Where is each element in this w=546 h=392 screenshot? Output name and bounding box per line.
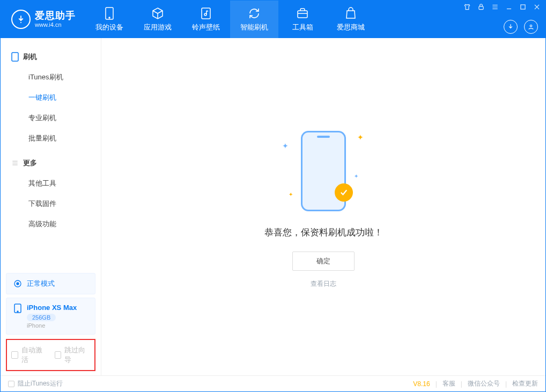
device-card[interactable]: iPhone XS Max 256GB iPhone: [6, 298, 95, 335]
user-icon[interactable]: [524, 20, 538, 34]
cube-icon: [151, 6, 164, 20]
nav-label: 智能刷机: [240, 23, 268, 32]
svg-point-4: [204, 13, 206, 16]
top-nav: 我的设备 应用游戏 铃声壁纸 智能刷机 工具箱 爱思商城: [85, 1, 375, 38]
checkbox-icon[interactable]: [8, 381, 14, 387]
svg-rect-6: [479, 6, 483, 10]
nav-apps-games[interactable]: 应用游戏: [134, 1, 182, 38]
sparkle-icon: ✦: [282, 142, 289, 150]
sparkle-icon: ✦: [357, 133, 364, 142]
music-file-icon: [200, 6, 212, 20]
briefcase-icon: [296, 6, 309, 20]
phone-icon: [105, 6, 114, 20]
sidebar-item-batch-flash[interactable]: 批量刷机: [1, 128, 101, 149]
status-bar: 阻止iTunes运行 V8.16 | 客服 | 微信公众号 | 检查更新: [1, 375, 545, 391]
sidebar-item-advanced[interactable]: 高级功能: [1, 214, 101, 234]
svg-rect-5: [298, 11, 307, 18]
wechat-link[interactable]: 微信公众号: [468, 379, 500, 388]
maximize-icon[interactable]: [519, 3, 527, 11]
window-controls: [463, 3, 541, 11]
svg-point-11: [17, 283, 19, 285]
main-panel: ✦ ✦ ✦ ✦ 恭喜您，保资料刷机成功啦！ 确定 查看日志: [101, 38, 545, 375]
success-illustration: ✦ ✦ ✦ ✦: [278, 125, 369, 217]
nav-label: 应用游戏: [144, 23, 172, 32]
nav-store[interactable]: 爱思商城: [327, 1, 375, 38]
sidebar-item-pro-flash[interactable]: 专业刷机: [1, 108, 101, 128]
mode-card[interactable]: 正常模式: [6, 273, 95, 294]
refresh-icon: [248, 6, 261, 20]
confirm-button[interactable]: 确定: [292, 252, 355, 271]
app-url: www.i4.cn: [35, 21, 76, 28]
sparkle-icon: ✦: [354, 173, 358, 179]
view-log-link[interactable]: 查看日志: [311, 279, 336, 289]
list-icon: [11, 159, 19, 167]
svg-point-2: [109, 17, 110, 18]
shopping-bag-icon: [345, 6, 357, 20]
sidebar-item-download-firmware[interactable]: 下载固件: [1, 194, 101, 214]
success-message: 恭喜您，保资料刷机成功啦！: [264, 226, 383, 239]
nav-toolbox[interactable]: 工具箱: [278, 1, 327, 38]
shirt-icon[interactable]: [463, 3, 471, 11]
device-name: iPhone XS Max: [27, 304, 77, 312]
version-label: V8.16: [413, 380, 430, 388]
nav-label: 工具箱: [292, 23, 313, 32]
close-icon[interactable]: [533, 3, 541, 11]
block-itunes-label[interactable]: 阻止iTunes运行: [18, 379, 63, 388]
phone-small-icon: [11, 52, 19, 62]
sidebar: 刷机 iTunes刷机 一键刷机 专业刷机 批量刷机 更多 其他工具 下载固件 …: [1, 38, 101, 375]
nav-label: 爱思商城: [337, 23, 365, 32]
success-check-icon: [335, 183, 353, 202]
minimize-icon[interactable]: [505, 3, 513, 11]
sidebar-item-itunes-flash[interactable]: iTunes刷机: [1, 67, 101, 87]
section-label: 刷机: [23, 52, 37, 62]
app-logo: 爱思助手 www.i4.cn: [1, 1, 85, 38]
lock-icon[interactable]: [477, 3, 485, 11]
nav-my-device[interactable]: 我的设备: [85, 1, 134, 38]
checkbox-skip-wizard[interactable]: 跳过向导: [55, 345, 91, 365]
svg-point-8: [530, 25, 532, 27]
check-update-link[interactable]: 检查更新: [512, 379, 538, 388]
sparkle-icon: ✦: [289, 191, 293, 197]
device-icon: [13, 304, 23, 313]
svg-point-0: [20, 22, 21, 23]
checkbox-label: 跳过向导: [64, 345, 90, 365]
svg-point-13: [17, 311, 18, 312]
sidebar-item-other-tools[interactable]: 其他工具: [1, 173, 101, 194]
device-capacity: 256GB: [27, 314, 56, 321]
mode-label: 正常模式: [27, 279, 55, 289]
svg-rect-9: [12, 53, 18, 61]
flash-options-box: 自动激活 跳过向导: [6, 339, 95, 371]
sidebar-section-more: 更多: [1, 154, 101, 172]
section-label: 更多: [23, 158, 37, 168]
nav-label: 我的设备: [95, 23, 123, 32]
checkbox-icon: [11, 351, 18, 359]
top-right-actions: [504, 20, 538, 34]
nav-smart-flash[interactable]: 智能刷机: [230, 1, 278, 38]
checkbox-label: 自动激活: [21, 345, 47, 365]
sidebar-section-flash: 刷机: [1, 48, 101, 66]
download-icon[interactable]: [504, 20, 518, 34]
app-name: 爱思助手: [35, 11, 76, 21]
nav-label: 铃声壁纸: [192, 23, 220, 32]
support-link[interactable]: 客服: [442, 379, 455, 388]
mode-icon: [13, 279, 23, 289]
device-type: iPhone: [27, 322, 77, 329]
checkbox-auto-activate[interactable]: 自动激活: [11, 345, 47, 365]
menu-icon[interactable]: [491, 3, 499, 11]
logo-icon: [11, 10, 31, 29]
svg-rect-7: [521, 5, 525, 9]
checkbox-icon: [55, 351, 62, 359]
nav-ringtones-wallpapers[interactable]: 铃声壁纸: [182, 1, 230, 38]
top-bar: 爱思助手 www.i4.cn 我的设备 应用游戏 铃声壁纸 智能刷机 工具箱 爱…: [1, 1, 545, 38]
sidebar-item-oneclick-flash[interactable]: 一键刷机: [1, 87, 101, 108]
